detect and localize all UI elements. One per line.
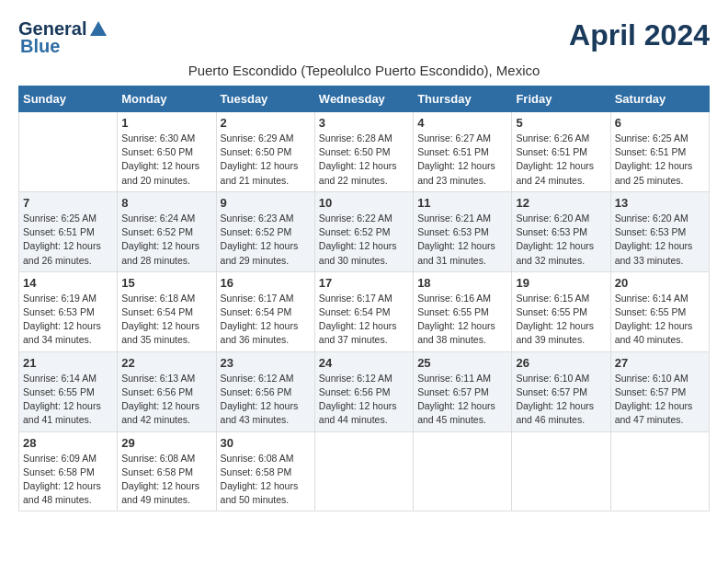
day-info: Sunrise: 6:11 AM Sunset: 6:57 PM Dayligh… bbox=[417, 372, 507, 428]
day-info: Sunrise: 6:10 AM Sunset: 6:57 PM Dayligh… bbox=[615, 372, 705, 428]
logo-icon bbox=[88, 19, 108, 40]
day-number: 12 bbox=[516, 196, 606, 210]
day-number: 30 bbox=[221, 436, 311, 450]
day-info: Sunrise: 6:25 AM Sunset: 6:51 PM Dayligh… bbox=[23, 212, 113, 268]
calendar-cell: 27Sunrise: 6:10 AM Sunset: 6:57 PM Dayli… bbox=[610, 351, 709, 431]
calendar-cell: 8Sunrise: 6:24 AM Sunset: 6:52 PM Daylig… bbox=[118, 191, 216, 271]
col-header-monday: Monday bbox=[118, 86, 216, 112]
day-info: Sunrise: 6:10 AM Sunset: 6:57 PM Dayligh… bbox=[516, 372, 606, 428]
day-number: 16 bbox=[221, 276, 311, 290]
day-number: 13 bbox=[615, 196, 705, 210]
col-header-friday: Friday bbox=[512, 86, 610, 112]
day-number: 17 bbox=[319, 276, 409, 290]
day-info: Sunrise: 6:14 AM Sunset: 6:55 PM Dayligh… bbox=[615, 292, 705, 348]
calendar-table: SundayMondayTuesdayWednesdayThursdayFrid… bbox=[18, 86, 710, 511]
day-number: 8 bbox=[121, 196, 211, 210]
calendar-cell: 18Sunrise: 6:16 AM Sunset: 6:55 PM Dayli… bbox=[414, 271, 512, 351]
day-info: Sunrise: 6:16 AM Sunset: 6:55 PM Dayligh… bbox=[417, 292, 507, 348]
calendar-cell: 15Sunrise: 6:18 AM Sunset: 6:54 PM Dayli… bbox=[118, 271, 216, 351]
day-info: Sunrise: 6:15 AM Sunset: 6:55 PM Dayligh… bbox=[516, 292, 606, 348]
day-number: 21 bbox=[23, 356, 113, 370]
calendar-cell: 6Sunrise: 6:25 AM Sunset: 6:51 PM Daylig… bbox=[610, 112, 709, 192]
day-number: 7 bbox=[23, 196, 113, 210]
day-info: Sunrise: 6:28 AM Sunset: 6:50 PM Dayligh… bbox=[319, 132, 409, 188]
day-info: Sunrise: 6:12 AM Sunset: 6:56 PM Dayligh… bbox=[319, 372, 409, 428]
calendar-cell: 12Sunrise: 6:20 AM Sunset: 6:53 PM Dayli… bbox=[512, 191, 610, 271]
calendar-cell: 13Sunrise: 6:20 AM Sunset: 6:53 PM Dayli… bbox=[610, 191, 709, 271]
day-number: 24 bbox=[319, 356, 409, 370]
day-number: 3 bbox=[319, 116, 409, 130]
calendar-cell: 7Sunrise: 6:25 AM Sunset: 6:51 PM Daylig… bbox=[19, 191, 118, 271]
day-info: Sunrise: 6:21 AM Sunset: 6:53 PM Dayligh… bbox=[417, 212, 507, 268]
col-header-tuesday: Tuesday bbox=[216, 86, 314, 112]
calendar-cell: 9Sunrise: 6:23 AM Sunset: 6:52 PM Daylig… bbox=[216, 191, 314, 271]
day-info: Sunrise: 6:17 AM Sunset: 6:54 PM Dayligh… bbox=[221, 292, 311, 348]
calendar-cell: 14Sunrise: 6:19 AM Sunset: 6:53 PM Dayli… bbox=[19, 271, 118, 351]
calendar-cell: 21Sunrise: 6:14 AM Sunset: 6:55 PM Dayli… bbox=[19, 351, 118, 431]
day-number: 2 bbox=[221, 116, 311, 130]
svg-marker-0 bbox=[90, 21, 107, 36]
calendar-cell: 2Sunrise: 6:29 AM Sunset: 6:50 PM Daylig… bbox=[216, 112, 314, 192]
calendar-cell: 26Sunrise: 6:10 AM Sunset: 6:57 PM Dayli… bbox=[512, 351, 610, 431]
calendar-cell bbox=[512, 431, 610, 511]
day-info: Sunrise: 6:20 AM Sunset: 6:53 PM Dayligh… bbox=[516, 212, 606, 268]
day-number: 29 bbox=[121, 436, 211, 450]
calendar-cell bbox=[414, 431, 512, 511]
calendar-cell: 10Sunrise: 6:22 AM Sunset: 6:52 PM Dayli… bbox=[314, 191, 413, 271]
calendar-cell: 3Sunrise: 6:28 AM Sunset: 6:50 PM Daylig… bbox=[314, 112, 413, 192]
day-number: 22 bbox=[121, 356, 211, 370]
logo-text-blue: Blue bbox=[20, 36, 60, 57]
calendar-cell: 17Sunrise: 6:17 AM Sunset: 6:54 PM Dayli… bbox=[314, 271, 413, 351]
location-title: Puerto Escondido (Tepeolulco Puerto Esco… bbox=[18, 63, 710, 78]
day-info: Sunrise: 6:14 AM Sunset: 6:55 PM Dayligh… bbox=[23, 372, 113, 428]
day-info: Sunrise: 6:08 AM Sunset: 6:58 PM Dayligh… bbox=[221, 452, 311, 508]
calendar-cell: 29Sunrise: 6:08 AM Sunset: 6:58 PM Dayli… bbox=[118, 431, 216, 511]
day-number: 5 bbox=[516, 116, 606, 130]
day-number: 20 bbox=[615, 276, 705, 290]
day-number: 23 bbox=[221, 356, 311, 370]
day-number: 26 bbox=[516, 356, 606, 370]
day-number: 15 bbox=[121, 276, 211, 290]
day-info: Sunrise: 6:19 AM Sunset: 6:53 PM Dayligh… bbox=[23, 292, 113, 348]
day-info: Sunrise: 6:13 AM Sunset: 6:56 PM Dayligh… bbox=[121, 372, 211, 428]
calendar-cell: 4Sunrise: 6:27 AM Sunset: 6:51 PM Daylig… bbox=[414, 112, 512, 192]
calendar-cell: 30Sunrise: 6:08 AM Sunset: 6:58 PM Dayli… bbox=[216, 431, 314, 511]
calendar-cell bbox=[19, 112, 118, 192]
day-number: 25 bbox=[417, 356, 507, 370]
day-number: 4 bbox=[417, 116, 507, 130]
col-header-wednesday: Wednesday bbox=[314, 86, 413, 112]
day-info: Sunrise: 6:26 AM Sunset: 6:51 PM Dayligh… bbox=[516, 132, 606, 188]
day-info: Sunrise: 6:08 AM Sunset: 6:58 PM Dayligh… bbox=[121, 452, 211, 508]
day-number: 10 bbox=[319, 196, 409, 210]
calendar-cell: 16Sunrise: 6:17 AM Sunset: 6:54 PM Dayli… bbox=[216, 271, 314, 351]
day-info: Sunrise: 6:24 AM Sunset: 6:52 PM Dayligh… bbox=[121, 212, 211, 268]
calendar-cell bbox=[314, 431, 413, 511]
day-number: 19 bbox=[516, 276, 606, 290]
day-number: 9 bbox=[221, 196, 311, 210]
day-info: Sunrise: 6:29 AM Sunset: 6:50 PM Dayligh… bbox=[221, 132, 311, 188]
day-number: 27 bbox=[615, 356, 705, 370]
day-info: Sunrise: 6:27 AM Sunset: 6:51 PM Dayligh… bbox=[417, 132, 507, 188]
day-number: 28 bbox=[23, 436, 113, 450]
calendar-cell: 1Sunrise: 6:30 AM Sunset: 6:50 PM Daylig… bbox=[118, 112, 216, 192]
col-header-thursday: Thursday bbox=[414, 86, 512, 112]
calendar-cell: 23Sunrise: 6:12 AM Sunset: 6:56 PM Dayli… bbox=[216, 351, 314, 431]
logo: General Blue bbox=[18, 18, 108, 57]
col-header-saturday: Saturday bbox=[610, 86, 709, 112]
calendar-cell: 5Sunrise: 6:26 AM Sunset: 6:51 PM Daylig… bbox=[512, 112, 610, 192]
calendar-cell: 11Sunrise: 6:21 AM Sunset: 6:53 PM Dayli… bbox=[414, 191, 512, 271]
month-title: April 2024 bbox=[569, 18, 710, 52]
day-info: Sunrise: 6:23 AM Sunset: 6:52 PM Dayligh… bbox=[221, 212, 311, 268]
calendar-cell: 20Sunrise: 6:14 AM Sunset: 6:55 PM Dayli… bbox=[610, 271, 709, 351]
col-header-sunday: Sunday bbox=[19, 86, 118, 112]
day-info: Sunrise: 6:20 AM Sunset: 6:53 PM Dayligh… bbox=[615, 212, 705, 268]
day-number: 18 bbox=[417, 276, 507, 290]
calendar-cell: 28Sunrise: 6:09 AM Sunset: 6:58 PM Dayli… bbox=[19, 431, 118, 511]
calendar-cell: 19Sunrise: 6:15 AM Sunset: 6:55 PM Dayli… bbox=[512, 271, 610, 351]
day-info: Sunrise: 6:12 AM Sunset: 6:56 PM Dayligh… bbox=[221, 372, 311, 428]
day-info: Sunrise: 6:09 AM Sunset: 6:58 PM Dayligh… bbox=[23, 452, 113, 508]
day-number: 1 bbox=[121, 116, 211, 130]
day-info: Sunrise: 6:22 AM Sunset: 6:52 PM Dayligh… bbox=[319, 212, 409, 268]
calendar-cell bbox=[610, 431, 709, 511]
day-info: Sunrise: 6:25 AM Sunset: 6:51 PM Dayligh… bbox=[615, 132, 705, 188]
